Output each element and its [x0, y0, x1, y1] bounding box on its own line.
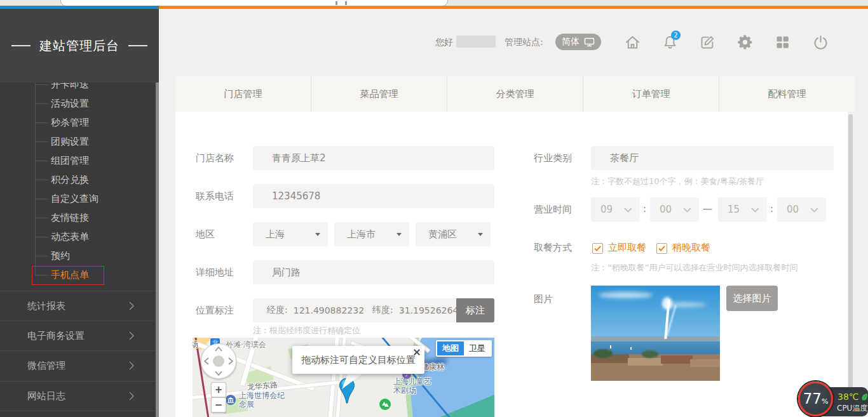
home-button[interactable]: [621, 31, 643, 53]
cpu-temperature-widget[interactable]: 77 % 38℃ CPU温度: [798, 381, 868, 417]
browser-chrome-strip: [0, 0, 868, 6]
close-icon[interactable]: [414, 349, 420, 355]
sidebar-item-booking[interactable]: 预约: [51, 246, 70, 265]
pickup-now-label[interactable]: 立即取餐: [608, 242, 646, 254]
open-hour-select[interactable]: 09: [591, 197, 640, 222]
sidebar-section-site-logs[interactable]: 网站日志: [0, 381, 159, 411]
latitude-label: 纬度:: [372, 305, 393, 316]
pickup-later-label[interactable]: 稍晚取餐: [672, 242, 710, 254]
district-value: 黄浦区: [428, 228, 457, 240]
map-label-edge: 场: [193, 339, 198, 350]
sidebar-section-ecommerce-settings[interactable]: 电子商务设置: [0, 321, 159, 350]
chevron-right-icon: [128, 391, 135, 401]
tab-store-management[interactable]: 门店管理: [175, 76, 311, 112]
city-select[interactable]: 上海市: [334, 222, 409, 246]
close-minute-value: 00: [787, 204, 799, 215]
language-pill-button[interactable]: 简体: [555, 34, 601, 50]
location-field[interactable]: 经度: 121.490882232 纬度: 31.1952626403: [253, 298, 456, 322]
sidebar-item-friend-links[interactable]: 友情链接: [51, 208, 89, 227]
sidebar-scrollbar[interactable]: [156, 77, 159, 417]
tab-dish-management[interactable]: 菜品管理: [311, 76, 447, 112]
pickup-now-checkbox[interactable]: [592, 243, 603, 254]
industry-label: 行业类别: [534, 152, 572, 164]
tab-category-management[interactable]: 分类管理: [447, 76, 583, 112]
store-photo-preview: [591, 286, 720, 381]
browser-address-bar[interactable]: [60, 0, 448, 6]
sidebar: 开卡即送 活动设置 秒杀管理 团购设置 组团管理 积分兑换 自定义查询 友情链接…: [0, 9, 159, 417]
chevron-down-icon: [624, 208, 632, 213]
photo-boat: [630, 347, 632, 350]
store-name-input[interactable]: 青青原上草2: [253, 146, 494, 170]
sidebar-item-seckill[interactable]: 秒杀管理: [51, 113, 89, 132]
sidebar-tree-line: [35, 77, 36, 275]
sidebar-section-stats-report[interactable]: 统计报表: [0, 291, 159, 321]
sidebar-item-custom-query[interactable]: 自定义查询: [51, 189, 98, 208]
notification-badge: 2: [671, 30, 681, 40]
district-select[interactable]: 黄浦区: [416, 222, 491, 246]
chevron-down-icon: [683, 208, 691, 213]
monitor-icon: [584, 37, 595, 47]
chevron-right-icon: [128, 331, 135, 341]
time-range-dash: —: [703, 203, 712, 215]
close-minute-select[interactable]: 00: [777, 197, 826, 222]
sidebar-section-label: 网站日志: [27, 390, 65, 402]
mark-location-button[interactable]: 标注: [456, 298, 494, 322]
settings-button[interactable]: [734, 31, 756, 53]
pickup-label: 取餐方式: [534, 242, 572, 254]
edit-icon: [699, 34, 716, 51]
cpu-percent-unit: %: [822, 397, 828, 406]
map-label-theater: 上海儿童艺术剧场: [393, 377, 434, 395]
sidebar-item-dynamic-forms[interactable]: 动态表单: [51, 227, 89, 246]
photo-roof: [628, 358, 663, 366]
logout-button[interactable]: [810, 31, 831, 53]
sidebar-section-wechat-management[interactable]: 微信管理: [0, 350, 159, 380]
sidebar-item-mobile-order[interactable]: 手机点单: [51, 265, 89, 284]
sidebar-section-label: 电子商务设置: [27, 330, 85, 342]
time-colon: :: [643, 203, 646, 215]
apps-button[interactable]: [771, 31, 793, 53]
tab-order-management[interactable]: 订单管理: [583, 76, 719, 112]
sidebar-item-team-management[interactable]: 组团管理: [51, 151, 89, 170]
map-type-map-button[interactable]: 地图: [437, 341, 464, 355]
sidebar-item-activity-settings[interactable]: 活动设置: [51, 94, 89, 113]
open-minute-select[interactable]: 00: [650, 197, 699, 222]
infowindow-text: 拖动标注可自定义目标位置: [301, 354, 416, 366]
photo-trees: [593, 349, 613, 358]
sidebar-item-groupbuy-settings[interactable]: 团购设置: [51, 132, 89, 151]
address-input[interactable]: 局门路: [253, 260, 494, 284]
map-infowindow: 拖动标注可自定义目标位置: [292, 346, 424, 374]
phone-input[interactable]: 12345678: [253, 184, 494, 208]
map-zoom-in-button[interactable]: +: [211, 382, 226, 397]
map-zoom-out-button[interactable]: −: [211, 397, 226, 413]
sidebar-item-points-exchange[interactable]: 积分兑换: [51, 170, 89, 189]
open-hour-value: 09: [600, 204, 613, 215]
dropdown-arrow-icon: [478, 233, 483, 236]
username-redacted: [456, 36, 496, 48]
map-pan-control[interactable]: [201, 343, 236, 379]
power-icon: [812, 34, 829, 51]
edit-button[interactable]: [696, 31, 718, 53]
longitude-label: 经度:: [267, 305, 288, 316]
industry-note: 注：字数不超过10个字，例：美食/粤菜/茶餐厅: [591, 176, 764, 187]
hours-label: 营业时间: [534, 204, 572, 216]
photo-roof: [661, 355, 693, 364]
pickup-note: 注：“稍晚取餐”用户可以选择在营业时间内选择取餐时间: [591, 262, 797, 274]
province-value: 上海: [266, 228, 285, 240]
pickup-later-checkbox[interactable]: [656, 243, 667, 254]
map-label-park: 健康林: [421, 362, 444, 373]
choose-image-button[interactable]: 选择图片: [726, 286, 778, 311]
map-widget[interactable]: 场 外滩·湾璞会 龙华东路 健康林 上海儿童艺术剧场 上海世博会纪念展 ♪ 北 …: [193, 338, 494, 417]
dropdown-arrow-icon: [315, 233, 320, 236]
pan-right-icon: [228, 357, 233, 365]
pan-center-knob[interactable]: [213, 355, 224, 367]
cpu-temp-row: 38℃: [837, 392, 868, 402]
tab-ingredient-management[interactable]: 配料管理: [719, 76, 855, 112]
province-select[interactable]: 上海: [253, 222, 328, 246]
address-bar-mark: [336, 1, 337, 5]
close-hour-select[interactable]: 15: [718, 197, 767, 222]
open-minute-value: 00: [660, 204, 672, 215]
map-type-satellite-button[interactable]: 卫星: [464, 341, 491, 355]
location-note: 注：根据经纬度进行精确定位: [253, 325, 360, 336]
content-scrollbar-thumb[interactable]: [848, 114, 853, 413]
industry-input[interactable]: 茶餐厅: [591, 146, 834, 170]
